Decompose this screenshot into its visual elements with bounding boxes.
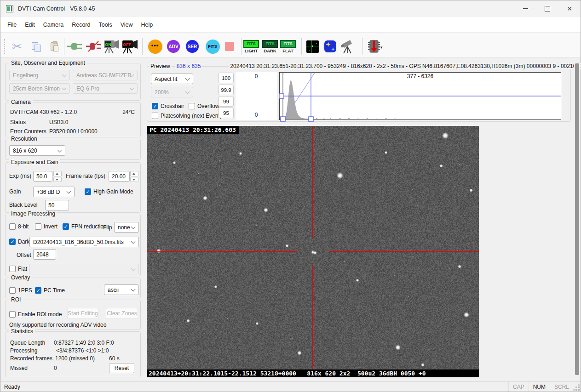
- observer-select[interactable]: Andreas SCHWEIZER: [73, 70, 138, 80]
- flat-file-select[interactable]: [29, 264, 139, 274]
- platesolving-checkbox[interactable]: Platesolving (next Event): [152, 113, 222, 119]
- flip-select[interactable]: none: [114, 222, 139, 233]
- checkbox-label: Flat: [18, 266, 27, 272]
- vertical-scrollbar[interactable]: [574, 62, 581, 378]
- zoom-select[interactable]: 200%: [151, 87, 193, 97]
- combo-value: 200%: [155, 89, 169, 96]
- menu-record[interactable]: Record: [68, 22, 94, 28]
- dark-file-select[interactable]: D20240413_816_36dBD_50.0ms.fits: [29, 237, 139, 247]
- toolbar-separator: [64, 38, 64, 55]
- exp-label: Exp (ms): [9, 173, 31, 179]
- histogram[interactable]: 377 - 6326: [279, 72, 561, 120]
- minimize-button[interactable]: [514, 0, 536, 17]
- menu-view[interactable]: View: [116, 22, 137, 28]
- site-select[interactable]: Engelberg: [9, 70, 70, 80]
- toolbar-grip[interactable]: [4, 39, 6, 54]
- black-level-label: Black Level: [9, 202, 37, 208]
- checkbox-box: [9, 223, 16, 230]
- record-ser-button[interactable]: SER: [182, 36, 202, 57]
- menu-tools[interactable]: Tools: [94, 22, 116, 28]
- exp-spinner[interactable]: [53, 171, 62, 182]
- menu-file[interactable]: File: [3, 22, 21, 28]
- connect-plug-button[interactable]: [65, 36, 85, 57]
- resolution-select[interactable]: 816 x 620: [9, 145, 65, 156]
- combo-value: 25cm Boren Simon: [13, 85, 60, 92]
- overflow-checkbox[interactable]: Overflow: [189, 103, 219, 109]
- combo-value: ascii: [108, 287, 119, 293]
- percent-95-button[interactable]: 95: [219, 108, 234, 118]
- record-adv-button[interactable]: ADV: [163, 36, 184, 57]
- close-button[interactable]: ✕: [558, 0, 581, 17]
- exp-input[interactable]: [33, 171, 52, 182]
- image-display[interactable]: PC 20240413 20:31:26.603 20240413+20:31:…: [147, 126, 479, 377]
- crosshair-checkbox[interactable]: Crosshair: [152, 103, 184, 109]
- blue-stars-icon: [324, 40, 336, 52]
- combo-value: Engelberg: [13, 72, 38, 79]
- black-level-input[interactable]: [45, 200, 69, 210]
- menu-camera[interactable]: Camera: [39, 22, 68, 28]
- camera-off-button[interactable]: OFF: [120, 36, 140, 57]
- dark-checkbox[interactable]: Dark: [9, 239, 29, 245]
- cut-button[interactable]: ✂: [7, 36, 27, 57]
- toolbar-separator: [301, 38, 302, 55]
- start-editing-button[interactable]: Start Editing: [67, 308, 98, 319]
- invert-checkbox[interactable]: Invert: [35, 223, 58, 230]
- record-dots-button[interactable]: •••: [145, 36, 165, 57]
- chevron-down-icon: [62, 73, 67, 77]
- 1pps-checkbox[interactable]: 1PPS: [9, 287, 32, 294]
- high-gain-checkbox[interactable]: High Gain Mode: [85, 188, 133, 195]
- percent-99-button[interactable]: 99: [219, 96, 234, 107]
- telescope-select[interactable]: 25cm Boren Simon: [9, 83, 70, 94]
- framerate-input[interactable]: [109, 171, 130, 182]
- mount-select[interactable]: EQ-6 Pro: [73, 83, 138, 94]
- roi-group: ROI Enable ROI mode Start Editing Clear …: [5, 300, 141, 330]
- toolbar-dropdown-caret[interactable]: ▾: [377, 43, 386, 52]
- fpn-reduction-checkbox[interactable]: FPN reduction: [63, 223, 107, 230]
- error-counters-value: P3520:000 L0:0000: [49, 128, 98, 135]
- checkbox-label: Invert: [44, 223, 58, 230]
- fits-dark-button[interactable]: FITS DARK: [260, 36, 280, 57]
- scrollbar-thumb[interactable]: [575, 63, 579, 375]
- overlay-encoding-select[interactable]: ascii: [104, 284, 139, 295]
- clear-zones-button[interactable]: Clear Zones: [106, 308, 138, 319]
- pc-time-checkbox[interactable]: PC Time: [35, 287, 65, 294]
- histogram-range-label: 377 - 6326: [279, 73, 561, 80]
- camera-on-button[interactable]: ON: [102, 36, 122, 57]
- fits-flat-button[interactable]: FITS FLAT: [278, 36, 298, 57]
- enable-roi-checkbox[interactable]: Enable ROI mode: [9, 311, 62, 318]
- group-title: Camera: [9, 99, 33, 105]
- menu-edit[interactable]: Edit: [21, 22, 39, 28]
- reset-button[interactable]: Reset: [109, 363, 134, 373]
- paste-button[interactable]: [44, 36, 64, 57]
- title-bar: DVTI Cam Control - V5.8.0-45 ✕: [0, 0, 581, 17]
- preview-size: 836 x 635: [175, 63, 202, 69]
- offset-input[interactable]: [33, 249, 56, 260]
- copy-button[interactable]: [26, 36, 46, 57]
- scissors-icon: ✂: [12, 40, 22, 53]
- 8bit-checkbox[interactable]: 8-bit: [9, 223, 29, 230]
- maximize-button[interactable]: [536, 0, 558, 17]
- gain-select[interactable]: +36 dB D: [33, 187, 75, 197]
- resize-grip[interactable]: [578, 389, 580, 391]
- chevron-down-icon: [62, 86, 67, 91]
- crosshair-h-right: [329, 251, 479, 252]
- stop-record-button[interactable]: [219, 36, 240, 57]
- percent-100-button[interactable]: 100: [219, 73, 234, 83]
- menu-help[interactable]: Help: [137, 22, 157, 28]
- checkbox-label: Dark: [18, 239, 29, 245]
- framerate-spinner[interactable]: [130, 171, 138, 182]
- percent-99-9-button[interactable]: 99.9: [219, 85, 234, 95]
- combo-value: Andreas SCHWEIZER: [76, 72, 132, 79]
- disconnect-plug-button[interactable]: [84, 36, 104, 57]
- caret-down-icon: ▾: [380, 45, 383, 50]
- copy-icon: [32, 42, 40, 51]
- num-lock-indicator: NUM: [529, 382, 550, 392]
- checkbox-box: [152, 103, 158, 109]
- camera-model: DVTI+CAM 430 #62 - 1.2.0: [10, 109, 77, 115]
- aspect-fit-select[interactable]: Aspect fit: [151, 74, 193, 84]
- fits-light-button[interactable]: FITS LIGHT: [241, 36, 261, 57]
- telescope-button[interactable]: [338, 36, 358, 57]
- camera-temperature: 24°C: [122, 109, 135, 115]
- flat-checkbox[interactable]: Flat: [9, 266, 27, 272]
- starfield-crosshair-button[interactable]: [302, 36, 322, 57]
